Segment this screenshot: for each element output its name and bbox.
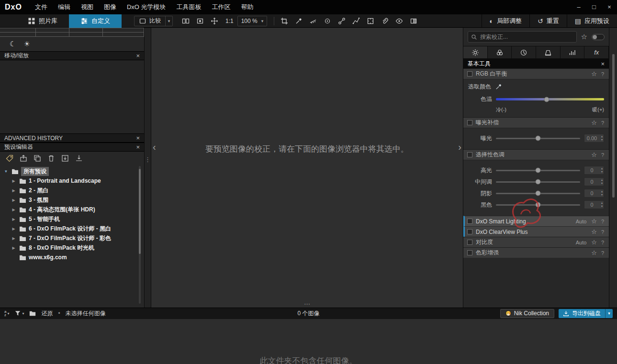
slider-thumb[interactable] <box>536 136 541 141</box>
tab-customize[interactable]: 自定义 <box>69 14 122 28</box>
preset-folder[interactable]: ▶ 2 - 黑白 <box>0 186 144 195</box>
tree-scrollbar[interactable] <box>139 166 141 304</box>
close-button[interactable]: × <box>602 0 617 14</box>
apply-preset-button[interactable]: ▤ 应用预设 <box>567 14 617 27</box>
expander-icon[interactable]: ▶ <box>11 227 17 231</box>
close-icon[interactable]: × <box>136 134 140 142</box>
compare-dropdown-arrow[interactable]: ▾ <box>165 16 172 26</box>
expander-icon[interactable]: ▶ <box>11 179 17 183</box>
enable-checkbox[interactable] <box>467 120 472 125</box>
stepper-arrows[interactable]: ▴▾ <box>601 135 603 142</box>
tool-dxo-clearview-plus[interactable]: DxO ClearView Plus ☆ ? <box>463 226 609 237</box>
import-preset-icon[interactable] <box>61 154 69 162</box>
slider-thumb[interactable] <box>544 97 550 102</box>
tab-photolibrary[interactable]: 照片库 <box>16 14 69 28</box>
blacks-slider[interactable] <box>496 204 580 206</box>
create-preset-icon[interactable] <box>6 154 13 162</box>
mask-button[interactable] <box>407 16 420 26</box>
tool-color-boost[interactable]: 色彩增强 ☆ ? <box>463 247 609 258</box>
preset-folder[interactable]: ▶ 3 - 氛围 <box>0 195 144 205</box>
duplicate-preset-icon[interactable] <box>34 154 41 162</box>
tool-rgb-white-balance[interactable]: RGB 白平衡 ☆ ? <box>463 68 609 79</box>
visibility-button[interactable] <box>393 16 405 26</box>
whitebalance-picker-button[interactable] <box>292 16 305 26</box>
close-icon[interactable]: × <box>601 60 605 67</box>
highlight-clipping-icon[interactable]: ☀ <box>23 40 30 48</box>
preset-folder[interactable]: ▶ 8 - DxO FilmPack 时光机 <box>0 243 144 253</box>
preset-folder[interactable]: ▶ 5 - 智能手机 <box>0 214 144 224</box>
favorite-star-icon[interactable]: ☆ <box>591 151 597 158</box>
search-input[interactable]: 搜索校正... <box>468 31 577 43</box>
expander-icon[interactable]: ▶ <box>11 198 17 202</box>
browser-splitter-handle[interactable]: ⋯ <box>304 300 310 308</box>
close-icon[interactable]: × <box>136 143 140 151</box>
tab-histogram[interactable] <box>561 46 585 58</box>
exposure-slider[interactable] <box>496 138 580 139</box>
blacks-value-input[interactable]: 0 ▴▾ <box>584 200 604 209</box>
color-picker-icon[interactable] <box>495 83 502 90</box>
stepper-arrows[interactable]: ▴▾ <box>601 167 603 174</box>
control-point-button[interactable] <box>321 16 334 26</box>
help-icon[interactable]: ? <box>600 120 605 126</box>
favorites-filter-icon[interactable]: ☆ <box>581 33 587 41</box>
menu-help[interactable]: 帮助 <box>236 0 259 14</box>
help-icon[interactable]: ? <box>600 219 605 224</box>
expander-icon[interactable]: ▶ <box>11 208 17 212</box>
preset-folder[interactable]: ▶ 1 - Portrait and Landscape <box>0 176 144 186</box>
highlights-slider[interactable] <box>496 170 580 171</box>
fit-view-button[interactable] <box>194 16 206 26</box>
help-icon[interactable]: ? <box>600 250 605 256</box>
stepper-arrows[interactable]: ▴▾ <box>601 190 603 197</box>
help-icon[interactable]: ? <box>600 152 605 158</box>
collapse-right-panel-icon[interactable]: › <box>458 142 461 153</box>
menu-edit[interactable]: 编辑 <box>53 0 76 14</box>
restore-button[interactable]: 还原 <box>41 309 53 318</box>
midtones-slider[interactable] <box>496 181 580 183</box>
tool-contrast[interactable]: 对比度 Auto ☆ ? <box>463 237 609 247</box>
horizon-tool-button[interactable] <box>307 16 319 26</box>
export-to-disk-button[interactable]: 导出到磁盘 ▾ <box>559 309 613 318</box>
scrollbar-thumb[interactable] <box>612 54 615 198</box>
attach-button[interactable] <box>379 16 391 26</box>
sort-button[interactable]: az ▾ <box>4 310 9 317</box>
enable-checkbox[interactable] <box>467 250 472 255</box>
tab-detail[interactable] <box>512 46 536 58</box>
delete-preset-icon[interactable] <box>47 154 55 162</box>
local-adjustments-button[interactable]: ◐ 局部调整 <box>482 14 529 27</box>
tab-color[interactable] <box>488 46 512 58</box>
stepper-arrows[interactable]: ▴▾ <box>601 178 603 185</box>
menu-file[interactable]: 文件 <box>30 0 53 14</box>
slider-thumb[interactable] <box>536 202 541 208</box>
save-preset-icon[interactable] <box>75 154 83 162</box>
preset-folder[interactable]: ▶ 6 - DxO FilmPack 设计师 - 黑白 <box>0 224 144 233</box>
control-polyline-button[interactable] <box>350 16 362 26</box>
tab-light[interactable] <box>463 46 488 58</box>
preset-folder[interactable]: ▶ 7 - DxO FilmPack 设计师 - 彩色 <box>0 233 144 243</box>
expander-icon[interactable]: ▼ <box>3 169 9 174</box>
expander-icon[interactable]: ▶ <box>11 236 17 241</box>
tool-selective-tone[interactable]: 选择性色调 ☆ ? <box>463 149 609 160</box>
filter-button[interactable]: ▾ <box>14 310 24 317</box>
tab-fx[interactable]: fx <box>584 46 609 58</box>
tool-exposure-compensation[interactable]: 曝光补偿 ☆ ? <box>463 117 609 128</box>
expander-icon[interactable]: ▶ <box>11 217 17 221</box>
favorite-star-icon[interactable]: ☆ <box>591 218 597 225</box>
close-icon[interactable]: × <box>136 52 140 59</box>
temperature-slider[interactable] <box>496 98 604 100</box>
enable-checkbox[interactable] <box>467 71 472 77</box>
export-dropdown-arrow[interactable]: ▾ <box>605 309 613 318</box>
help-icon[interactable]: ? <box>600 71 605 77</box>
nik-collection-button[interactable]: Nik Collection <box>500 309 554 318</box>
midtones-value-input[interactable]: 0 ▴▾ <box>584 177 604 186</box>
right-panel-scrollbar[interactable]: ⋮ <box>609 28 617 308</box>
shadow-clipping-icon[interactable]: ☾ <box>10 40 16 48</box>
tree-root-all-presets[interactable]: ▼ 所有预设 <box>0 166 144 176</box>
frame-tool-button[interactable] <box>364 16 377 26</box>
preset-folder[interactable]: ▶ www.x6g.com <box>0 253 144 262</box>
tool-dxo-smart-lighting[interactable]: DxO Smart Lighting Auto ☆ ? <box>463 216 609 226</box>
control-line-button[interactable] <box>336 16 348 26</box>
export-preset-icon[interactable] <box>20 154 27 162</box>
split-view-button[interactable] <box>179 16 192 26</box>
slider-thumb[interactable] <box>536 168 541 173</box>
active-corrections-toggle[interactable] <box>592 34 605 40</box>
